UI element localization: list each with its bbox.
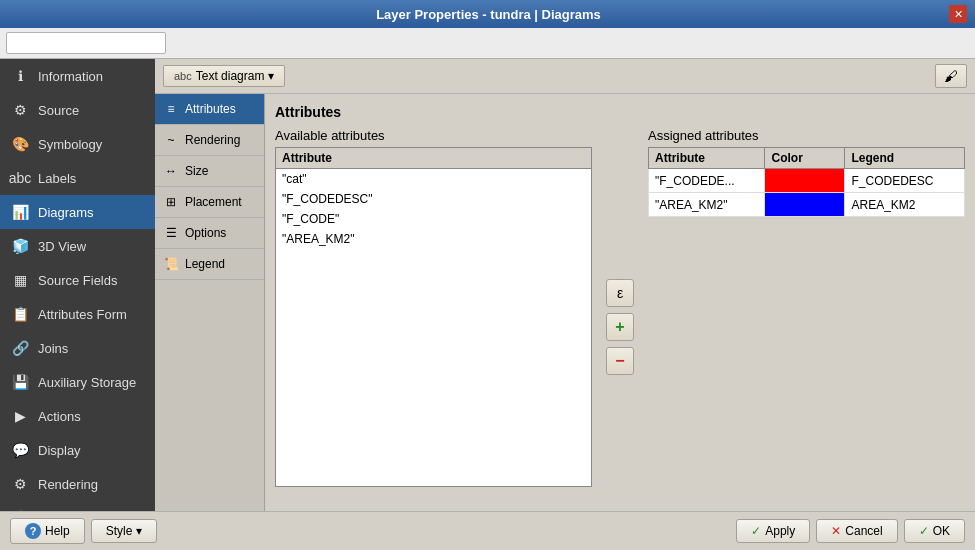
search-bar	[0, 28, 975, 59]
sidebar-label-3dview: 3D View	[38, 239, 86, 254]
table-row[interactable]: "F_CODEDE... F_CODEDESC	[649, 169, 965, 193]
close-button[interactable]: ✕	[949, 5, 967, 23]
style-dropdown-icon: ▾	[136, 524, 142, 538]
sidebar-item-sourcefields[interactable]: ▦ Source Fields	[0, 263, 155, 297]
list-item[interactable]: "F_CODEDESC"	[276, 189, 591, 209]
sidebar-icon-diagrams: 📊	[10, 202, 30, 222]
search-input[interactable]	[6, 32, 166, 54]
sidebar-item-source[interactable]: ⚙ Source	[0, 93, 155, 127]
apply-button[interactable]: ✓ Apply	[736, 519, 810, 543]
sidebar-item-labels[interactable]: abc Labels	[0, 161, 155, 195]
sidebar-item-joins[interactable]: 🔗 Joins	[0, 331, 155, 365]
assigned-attrs-title: Assigned attributes	[648, 128, 965, 143]
subtab-icon-size: ↔	[163, 163, 179, 179]
sidebar-item-auxiliarystorage[interactable]: 💾 Auxiliary Storage	[0, 365, 155, 399]
ok-button[interactable]: ✓ OK	[904, 519, 965, 543]
sidebar-item-symbology[interactable]: 🎨 Symbology	[0, 127, 155, 161]
content-toolbar: abc Text diagram ▾ 🖌	[155, 59, 975, 94]
subtab-label-options: Options	[185, 226, 226, 240]
sidebar-label-labels: Labels	[38, 171, 76, 186]
paint-button[interactable]: 🖌	[935, 64, 967, 88]
sidebar-label-auxiliarystorage: Auxiliary Storage	[38, 375, 136, 390]
content-area: abc Text diagram ▾ 🖌 ≡ Attributes ~ Rend…	[155, 59, 975, 511]
sidebar-label-attributesform: Attributes Form	[38, 307, 127, 322]
style-button[interactable]: Style ▾	[91, 519, 158, 543]
sidebar-icon-source: ⚙	[10, 100, 30, 120]
help-button[interactable]: ? Help	[10, 518, 85, 544]
middle-buttons: ε + −	[602, 128, 638, 511]
subtab-label-rendering: Rendering	[185, 133, 240, 147]
color-col-header: Color	[765, 148, 845, 169]
sidebar-label-variables: Variables	[38, 511, 91, 512]
subtab-label-placement: Placement	[185, 195, 242, 209]
sub-tabs-area: ≡ Attributes ~ Rendering ↔ Size ⊞ Placem…	[155, 94, 975, 511]
sidebar-item-attributesform[interactable]: 📋 Attributes Form	[0, 297, 155, 331]
ok-checkmark-icon: ✓	[919, 524, 929, 538]
subtab-size[interactable]: ↔ Size	[155, 156, 264, 187]
sidebar-label-diagrams: Diagrams	[38, 205, 94, 220]
cancel-icon: ✕	[831, 524, 841, 538]
subtab-label-legend: Legend	[185, 257, 225, 271]
title-bar: Layer Properties - tundra | Diagrams ✕	[0, 0, 975, 28]
subtab-rendering[interactable]: ~ Rendering	[155, 125, 264, 156]
sidebar-item-variables[interactable]: 📦 Variables	[0, 501, 155, 511]
subtab-icon-options: ☰	[163, 225, 179, 241]
sidebar-label-rendering: Rendering	[38, 477, 98, 492]
sidebar-item-3dview[interactable]: 🧊 3D View	[0, 229, 155, 263]
sidebar-label-sourcefields: Source Fields	[38, 273, 117, 288]
subtab-icon-legend: 📜	[163, 256, 179, 272]
sidebar-icon-actions: ▶	[10, 406, 30, 426]
sidebar-icon-information: ℹ	[10, 66, 30, 86]
expression-button[interactable]: ε	[606, 279, 634, 307]
sidebar-icon-labels: abc	[10, 168, 30, 188]
attributes-content: Available attributes Attribute "cat" "F_…	[275, 128, 965, 511]
diagram-type-button[interactable]: abc Text diagram ▾	[163, 65, 285, 87]
attr-col-header: Attribute	[649, 148, 765, 169]
ok-label: OK	[933, 524, 950, 538]
subtab-icon-placement: ⊞	[163, 194, 179, 210]
sidebar-label-information: Information	[38, 69, 103, 84]
sidebar-item-display[interactable]: 💬 Display	[0, 433, 155, 467]
remove-attribute-button[interactable]: −	[606, 347, 634, 375]
window-title: Layer Properties - tundra | Diagrams	[28, 7, 949, 22]
subtab-label-attributes: Attributes	[185, 102, 236, 116]
legend-col-header: Legend	[845, 148, 965, 169]
list-item[interactable]: "F_CODE"	[276, 209, 591, 229]
cancel-button[interactable]: ✕ Cancel	[816, 519, 897, 543]
sidebar-label-display: Display	[38, 443, 81, 458]
sidebar-item-diagrams[interactable]: 📊 Diagrams	[0, 195, 155, 229]
style-label: Style	[106, 524, 133, 538]
subtab-icon-attributes: ≡	[163, 101, 179, 117]
table-row[interactable]: "AREA_KM2" AREA_KM2	[649, 193, 965, 217]
main-layout: ℹ Information ⚙ Source 🎨 Symbology abc L…	[0, 59, 975, 511]
apply-label: Apply	[765, 524, 795, 538]
panel-title: Attributes	[275, 104, 965, 120]
sidebar-label-actions: Actions	[38, 409, 81, 424]
legend-cell: F_CODEDESC	[845, 169, 965, 193]
sidebar-item-actions[interactable]: ▶ Actions	[0, 399, 155, 433]
subtab-placement[interactable]: ⊞ Placement	[155, 187, 264, 218]
list-item[interactable]: "cat"	[276, 169, 591, 189]
subtab-attributes[interactable]: ≡ Attributes	[155, 94, 264, 125]
subtab-label-size: Size	[185, 164, 208, 178]
color-cell[interactable]	[765, 193, 845, 217]
sidebar-label-joins: Joins	[38, 341, 68, 356]
add-attribute-button[interactable]: +	[606, 313, 634, 341]
attr-cell: "F_CODEDE...	[649, 169, 765, 193]
sidebar-icon-symbology: 🎨	[10, 134, 30, 154]
sidebar-icon-auxiliarystorage: 💾	[10, 372, 30, 392]
list-item[interactable]: "AREA_KM2"	[276, 229, 591, 249]
sidebar: ℹ Information ⚙ Source 🎨 Symbology abc L…	[0, 59, 155, 511]
sidebar-item-rendering[interactable]: ⚙ Rendering	[0, 467, 155, 501]
attr-cell: "AREA_KM2"	[649, 193, 765, 217]
help-label: Help	[45, 524, 70, 538]
subtab-options[interactable]: ☰ Options	[155, 218, 264, 249]
subtab-icon-rendering: ~	[163, 132, 179, 148]
cancel-label: Cancel	[845, 524, 882, 538]
sidebar-item-information[interactable]: ℹ Information	[0, 59, 155, 93]
subtab-legend[interactable]: 📜 Legend	[155, 249, 264, 280]
assigned-attrs-table: Attribute Color Legend "F_CODEDE... F_CO…	[648, 147, 965, 217]
available-attrs-list: Attribute "cat" "F_CODEDESC" "F_CODE" "A…	[275, 147, 592, 487]
apply-checkmark-icon: ✓	[751, 524, 761, 538]
color-cell[interactable]	[765, 169, 845, 193]
